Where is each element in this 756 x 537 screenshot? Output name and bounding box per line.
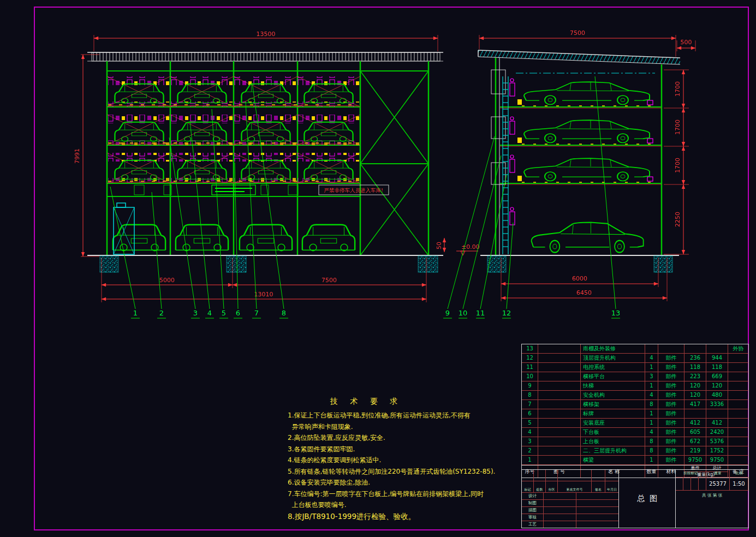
tech-line: 7.车位编号:第一层喷字在下台板上,编号牌贴在前排钢架横梁上,同时 (288, 488, 509, 500)
label-scale: 比例 (730, 470, 748, 477)
tech-line: 4.链条的松紧度要调到松紧适中. (288, 455, 509, 466)
side-callouts: 9 10 11 12 13 (443, 309, 620, 318)
dim-level-1: 1700 (674, 158, 681, 173)
cad-drawing-page: 严禁非停车人员进入车库! (0, 0, 756, 537)
callout-5: 5 (222, 309, 226, 317)
dim-front-top: 13500 (257, 31, 276, 38)
rev-label-date: 年月日 (605, 481, 618, 492)
title-block: 标记 处数 分区 更改文件号 签名 年月日 设计 制图 描图 审核 工艺 总图 (521, 469, 749, 528)
sign-label-check: 审核 (522, 514, 544, 521)
bill-of-materials-table: 13雨棚及外装修外协 12顶层提升机构4部件236944 11电控系统1部件11… (521, 344, 749, 478)
dim-front-bay-left: 5000 (159, 277, 175, 284)
bom-row: 4下台板4部件6052420 (522, 428, 748, 437)
dim-side-depth-inner: 6000 (572, 275, 587, 282)
callout-13: 13 (611, 309, 621, 317)
datum-symbol: ±0.00 (456, 243, 480, 255)
tech-line: 6.设备安装完毕要除尘,除油. (288, 477, 509, 488)
callout-1: 1 (133, 309, 138, 317)
sign-label-design: 设计 (522, 493, 544, 499)
front-ground (87, 255, 443, 272)
rev-label-mark: 标记 (522, 481, 534, 492)
dim-level-3: 1700 (674, 81, 681, 97)
tech-line: 异常响声和卡阻现象. (288, 421, 509, 433)
bom-row: 8安全机构4部件120480 (522, 391, 748, 400)
tech-requirements-title: 技 术 要 求 (330, 397, 509, 407)
title-block-signature-area: 设计 制图 描图 审核 工艺 (522, 493, 618, 528)
tech-line: 3.各紧固件要紧固牢固. (288, 444, 509, 455)
side-roof (478, 50, 680, 73)
tech-line: 2.高位防坠装置,应反应灵敏,安全. (288, 432, 509, 444)
tech-line: 上台板也要喷编号. (288, 499, 509, 511)
sheet-info: 共 张 第 张 (676, 491, 748, 528)
rev-label-count: 处数 (534, 481, 546, 492)
dim-ground-level: 2250 (674, 212, 681, 227)
label-weight: 重量 (706, 470, 730, 477)
side-callout-leaders (448, 76, 616, 309)
callout-8: 8 (282, 309, 286, 317)
title-block-revision-area: 标记 处数 分区 更改文件号 签名 年月日 设计 制图 描图 审核 工艺 (522, 470, 619, 528)
sign-band: 严禁非停车人员进入车库! (134, 185, 389, 195)
stage-mark-boxes (676, 478, 706, 490)
front-callouts: 1 2 3 4 5 6 7 8 (131, 309, 288, 318)
callout-7: 7 (254, 309, 259, 317)
dim-roof-overhang: 500 (681, 39, 692, 46)
dim-side-top: 7500 (570, 29, 585, 37)
front-beams (107, 71, 428, 196)
rev-label-docno: 更改文件号 (558, 481, 592, 492)
bom-row: 9扶梯1部件120120 (522, 381, 748, 391)
bom-row: 2二、三层提升机构8部件2191752 (522, 446, 748, 456)
callout-4: 4 (207, 309, 212, 317)
tech-line: 5.所有链条,链轮等转动件之间加注220号普通开式齿轮油(SY1232-85). (288, 466, 509, 478)
label-stage-mark: 阶段标记 (676, 470, 706, 477)
dim-front-total-width: 13010 (254, 291, 273, 298)
dim-level-2: 1700 (674, 120, 681, 135)
callout-2: 2 (159, 309, 164, 317)
warning-sign: 严禁非停车人员进入车库! (319, 185, 389, 195)
drawing-title: 总图 (637, 494, 662, 504)
datum-elevation: ±0.00 (461, 243, 480, 250)
tech-line: 1.保证上下台板运动平稳,到位准确,所有运动件运动灵活,不得有 (288, 410, 509, 421)
callout-12: 12 (502, 309, 511, 317)
bom-row: 3上台板8部件6725376 (522, 437, 748, 446)
callout-10: 10 (459, 309, 468, 317)
sign-label-process: 工艺 (522, 521, 544, 528)
bom-row: 12顶层提升机构4部件236944 (522, 354, 748, 363)
parked-cars-side (524, 82, 650, 253)
bom-row: 10横移平台3部件223669 (522, 372, 748, 381)
side-structure (491, 58, 662, 255)
front-elevation-view: 严禁非停车人员进入车库! (74, 31, 480, 318)
bom-row: 11电控系统1部件118118 (522, 363, 748, 372)
side-elevation-view: 7500 500 1700 1700 1700 2250 (443, 29, 695, 318)
rev-label-signature: 签名 (592, 481, 605, 492)
bom-row: 5安装底座1部件412412 (522, 419, 748, 428)
callout-9: 9 (445, 309, 450, 317)
sign-label-trace: 描图 (522, 507, 544, 514)
bom-row: 13雨棚及外装修外协 (522, 344, 748, 354)
callout-3: 3 (193, 309, 198, 317)
bom-row: 7横移架8部件4173336 (522, 400, 748, 409)
scale-value: 1:50 (730, 478, 748, 490)
sign-label-draft: 制图 (522, 500, 544, 506)
front-roof (87, 52, 443, 61)
dim-side-depth-outer: 6450 (576, 289, 592, 296)
technical-requirements: 技 术 要 求 1.保证上下台板运动平稳,到位准确,所有运动件运动灵活,不得有 … (288, 397, 509, 522)
title-block-drawing-name: 总图 (619, 470, 676, 528)
tech-line: 8.按JB/T8910-1999进行检验、验收。 (288, 511, 509, 522)
rev-label-zone: 分区 (546, 481, 558, 492)
dim-offset-50: 50 (436, 242, 443, 249)
dim-front-bay-right: 7500 (322, 277, 337, 284)
bom-row: 1横梁1部件97509750 (522, 456, 748, 465)
title-block-info-area: 阶段标记 重量 比例 25377 1:50 共 张 第 张 (676, 470, 748, 528)
warning-sign-text: 严禁非停车人员进入车库! (324, 187, 383, 193)
bom-row: 6标牌1部件 (522, 409, 748, 419)
callout-11: 11 (476, 309, 485, 317)
callout-6: 6 (236, 309, 240, 317)
total-weight-value: 25377 (706, 478, 730, 490)
dim-front-height: 7991 (74, 148, 81, 164)
